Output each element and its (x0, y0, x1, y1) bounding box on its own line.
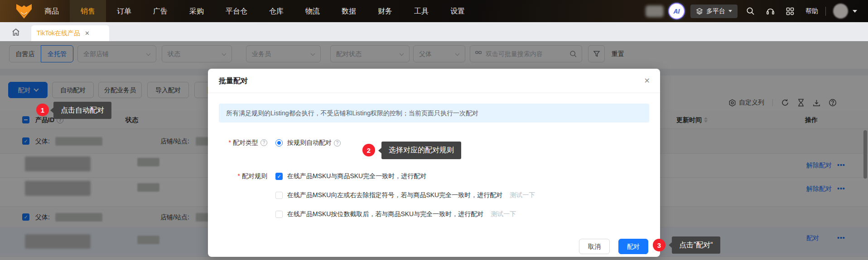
nav-item-ads[interactable]: 广告 (142, 0, 178, 22)
step-2-badge: 2 (362, 144, 375, 156)
auto-pair-radio-label: 按规则自动配对 (287, 139, 332, 147)
step-2-tooltip: 选择对应的配对规则 (381, 142, 461, 159)
rule-text: 在线产品MSKU向左或右去除指定符号，若与商品SKU完全一致时，进行配对 (287, 191, 502, 199)
confirm-pair-button[interactable]: 配对 (618, 239, 648, 254)
blurred-nav-item (646, 5, 664, 17)
top-nav: 商品 销售 订单 广告 采购 平台仓 仓库 物流 数据 财务 工具 设置 AI … (0, 0, 868, 22)
step-1-badge: 1 (36, 104, 49, 116)
headset-support-icon[interactable] (766, 7, 775, 16)
required-asterisk: * (238, 172, 240, 180)
close-icon[interactable]: ✕ (644, 69, 650, 93)
modal-info-banner: 所有满足规则的Listing都会执行，不受店铺和Listing权限的控制；当前页… (219, 104, 649, 123)
nav-item-settings[interactable]: 设置 (439, 0, 476, 22)
rule-text: 在线产品MSKU按位数截取后，若与商品SKU与完全一致时，进行配对 (287, 210, 483, 218)
account-chevron-down-icon[interactable] (853, 10, 857, 13)
test-rule-link[interactable]: 测试一下 (510, 191, 535, 199)
step-3-tooltip: 点击”配对“ (672, 236, 720, 254)
pair-rules-label: *配对规则 (208, 172, 267, 180)
nav-item-finance[interactable]: 财务 (367, 0, 403, 22)
nav-item-logistics[interactable]: 物流 (294, 0, 331, 22)
nav-item-orders[interactable]: 订单 (106, 0, 142, 22)
rule-checkbox-unchecked[interactable] (275, 211, 283, 218)
nav-divider (825, 7, 826, 16)
tab-bar: TikTok在线产品 ✕ (0, 22, 868, 41)
rule-checkbox-checked[interactable]: ✓ (275, 173, 283, 180)
nav-item-platform-warehouse[interactable]: 平台仓 (215, 0, 258, 22)
pair-rule-row-1: *配对规则 ✓ 在线产品MSKU与商品SKU完全一致时，进行配对 (208, 171, 660, 182)
nav-item-sales[interactable]: 销售 (70, 0, 106, 22)
nav-item-tools[interactable]: 工具 (403, 0, 439, 22)
home-icon (11, 28, 20, 37)
question-icon[interactable]: ? (334, 140, 341, 147)
home-tab-button[interactable] (10, 26, 22, 38)
question-icon[interactable]: ? (260, 139, 267, 146)
modal-title: 批量配对 (219, 69, 248, 93)
nav-item-products[interactable]: 商品 (34, 0, 70, 22)
tab-close-icon[interactable]: ✕ (85, 30, 90, 37)
multi-platform-selector[interactable]: 多平台 (690, 5, 738, 18)
tab-label: TikTok在线产品 (37, 29, 80, 38)
ai-assistant-button[interactable]: AI (669, 4, 684, 19)
search-icon[interactable] (746, 7, 755, 16)
nav-item-warehouse[interactable]: 仓库 (258, 0, 294, 22)
step-3-badge: 3 (653, 239, 665, 251)
app-logo-icon[interactable] (14, 4, 34, 19)
nav-item-purchase[interactable]: 采购 (178, 0, 215, 22)
pair-type-label: *配对类型? (208, 139, 267, 147)
pair-rule-row-3: 在线产品MSKU按位数截取后，若与商品SKU与完全一致时，进行配对 测试一下 (208, 209, 660, 220)
user-avatar[interactable] (833, 4, 848, 19)
rule-checkbox-unchecked[interactable] (275, 192, 283, 199)
modal-header: 批量配对 ✕ (208, 69, 660, 93)
platform-stack-icon (696, 8, 703, 15)
required-asterisk: * (229, 139, 231, 146)
cancel-button[interactable]: 取消 (579, 239, 610, 254)
batch-pair-modal: 批量配对 ✕ 所有满足规则的Listing都会执行，不受店铺和Listing权限… (208, 69, 660, 257)
step-1-tooltip: 点击自动配对 (53, 102, 111, 119)
tab-tiktok-online-products[interactable]: TikTok在线产品 ✕ (31, 25, 109, 41)
test-rule-link[interactable]: 测试一下 (491, 210, 516, 218)
pair-rule-row-2: 在线产品MSKU向左或右去除指定符号，若与商品SKU完全一致时，进行配对 测试一… (208, 190, 660, 201)
nav-item-data[interactable]: 数据 (331, 0, 367, 22)
apps-grid-icon[interactable] (786, 7, 795, 16)
help-link[interactable]: 帮助 (805, 7, 818, 15)
chevron-down-icon (728, 10, 732, 12)
platform-selector-label: 多平台 (706, 7, 725, 15)
auto-pair-radio[interactable] (275, 139, 283, 147)
rule-text: 在线产品MSKU与商品SKU完全一致时，进行配对 (287, 172, 426, 180)
